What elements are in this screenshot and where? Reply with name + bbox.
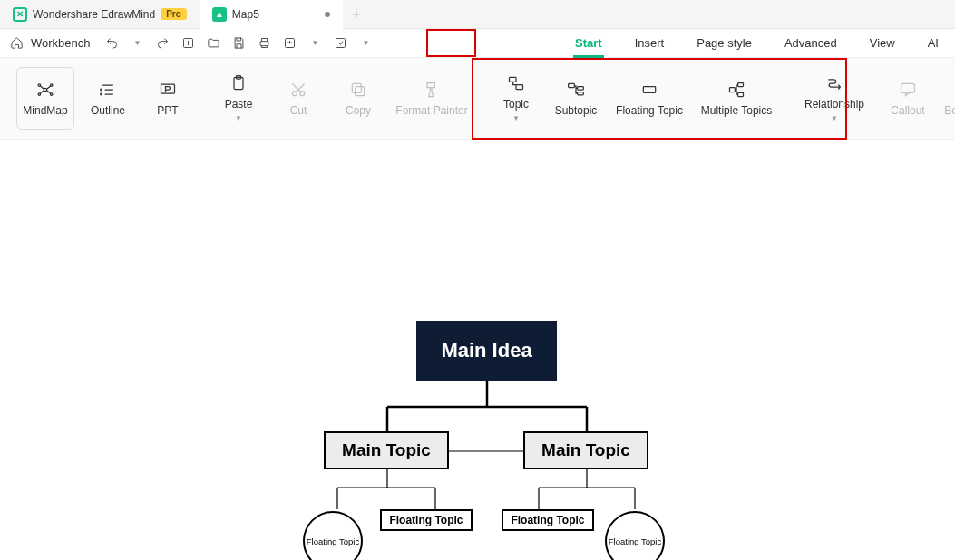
svg-rect-3 <box>336 39 346 48</box>
new-file-icon[interactable] <box>178 33 200 54</box>
save-icon[interactable] <box>229 33 250 54</box>
open-file-icon[interactable] <box>203 33 225 54</box>
title-tab-bar: ✕ Wondershare EdrawMind Pro ▲ Map5 + <box>0 0 955 29</box>
tab-insert[interactable]: Insert <box>619 29 681 58</box>
export-icon[interactable] <box>279 33 301 54</box>
quick-access-toolbar: Workbench ▼ ▼ ▼ <box>0 33 383 54</box>
node-main-topic-2[interactable]: Main Topic <box>523 431 648 469</box>
svg-rect-19 <box>516 85 523 90</box>
node-floating-topic-box-1[interactable]: Floating Topic <box>380 509 473 531</box>
topic-icon <box>507 74 525 92</box>
multiple-topics-icon <box>727 81 745 99</box>
app-logo-icon: ✕ <box>13 7 27 22</box>
print-icon[interactable] <box>254 33 276 54</box>
ribbon: MindMap Outline PPT Paste ▼ Cut Copy For… <box>0 58 955 140</box>
svg-rect-24 <box>730 87 736 92</box>
svg-rect-21 <box>578 86 584 89</box>
workbench-label[interactable]: Workbench <box>31 36 91 50</box>
svg-rect-11 <box>161 84 175 93</box>
svg-point-4 <box>44 88 46 91</box>
export-dropdown-icon[interactable]: ▼ <box>305 33 326 54</box>
svg-rect-23 <box>643 86 655 92</box>
svg-point-9 <box>101 89 102 91</box>
menu-bar: Workbench ▼ ▼ ▼ Start Insert Page style … <box>0 29 955 58</box>
unsaved-dot-icon <box>325 12 330 17</box>
outline-icon <box>99 81 117 99</box>
ppt-button[interactable]: PPT <box>138 58 198 139</box>
paste-icon <box>229 74 248 92</box>
tab-view[interactable]: View <box>853 29 911 58</box>
svg-point-10 <box>101 93 102 95</box>
paste-button[interactable]: Paste ▼ <box>209 58 268 139</box>
svg-rect-17 <box>352 83 361 92</box>
node-floating-topic-box-2[interactable]: Floating Topic <box>502 509 594 531</box>
redo-icon[interactable] <box>152 33 174 54</box>
undo-icon[interactable] <box>102 33 123 54</box>
more-dropdown-icon[interactable]: ▼ <box>356 33 377 54</box>
document-tab[interactable]: ▲ Map5 <box>200 0 343 29</box>
format-painter-button[interactable]: Format Painter <box>388 58 475 139</box>
boundary-button[interactable]: Boundary <box>938 58 955 139</box>
topic-button[interactable]: Topic ▼ <box>486 58 546 139</box>
app-name: Wondershare EdrawMind <box>33 8 155 21</box>
svg-rect-18 <box>510 77 517 82</box>
chevron-down-icon: ▼ <box>235 114 242 122</box>
subtopic-button[interactable]: Subtopic <box>546 58 606 139</box>
ppt-icon <box>159 81 177 99</box>
svg-rect-25 <box>738 82 744 86</box>
undo-dropdown-icon[interactable]: ▼ <box>127 33 149 54</box>
new-tab-button[interactable]: + <box>343 6 369 23</box>
relationship-button[interactable]: Relationship ▼ <box>791 58 878 139</box>
document-name: Map5 <box>232 8 259 21</box>
document-tab-icon: ▲ <box>212 7 227 22</box>
cut-button[interactable]: Cut <box>268 58 328 139</box>
floating-topic-icon <box>640 81 658 99</box>
mindmap-canvas[interactable]: Main Idea Main Topic Main Topic Floating… <box>0 140 955 560</box>
callout-icon <box>899 81 917 99</box>
tab-advanced[interactable]: Advanced <box>768 29 853 58</box>
svg-rect-20 <box>569 83 575 87</box>
node-main-idea[interactable]: Main Idea <box>416 321 557 381</box>
main-menu-tabs: Start Insert Page style Advanced View AI <box>559 29 955 58</box>
tab-start[interactable]: Start <box>559 29 619 58</box>
tab-ai[interactable]: AI <box>911 29 955 58</box>
app-tab[interactable]: ✕ Wondershare EdrawMind Pro <box>0 0 200 29</box>
chevron-down-icon: ▼ <box>512 114 520 122</box>
multiple-topics-button[interactable]: Multiple Topics <box>693 58 780 139</box>
pro-badge: Pro <box>161 8 187 20</box>
cut-icon <box>289 81 307 99</box>
outline-button[interactable]: Outline <box>78 58 138 139</box>
subtopic-icon <box>567 81 585 99</box>
home-icon[interactable] <box>5 33 27 54</box>
mindmap-icon <box>36 81 54 99</box>
copy-icon <box>349 81 367 99</box>
svg-rect-16 <box>356 86 365 95</box>
svg-rect-26 <box>738 92 744 96</box>
relationship-icon <box>825 74 843 92</box>
tab-page-style[interactable]: Page style <box>680 29 768 58</box>
svg-rect-27 <box>901 83 915 92</box>
svg-rect-22 <box>578 92 584 94</box>
copy-button[interactable]: Copy <box>328 58 388 139</box>
mindmap-button[interactable]: MindMap <box>16 67 74 130</box>
share-icon[interactable] <box>330 33 352 54</box>
svg-rect-1 <box>260 42 268 46</box>
chevron-down-icon: ▼ <box>831 114 838 122</box>
format-painter-icon <box>423 81 441 99</box>
node-main-topic-1[interactable]: Main Topic <box>324 431 449 469</box>
floating-topic-button[interactable]: Floating Topic <box>606 58 693 139</box>
callout-button[interactable]: Callout <box>878 58 938 139</box>
